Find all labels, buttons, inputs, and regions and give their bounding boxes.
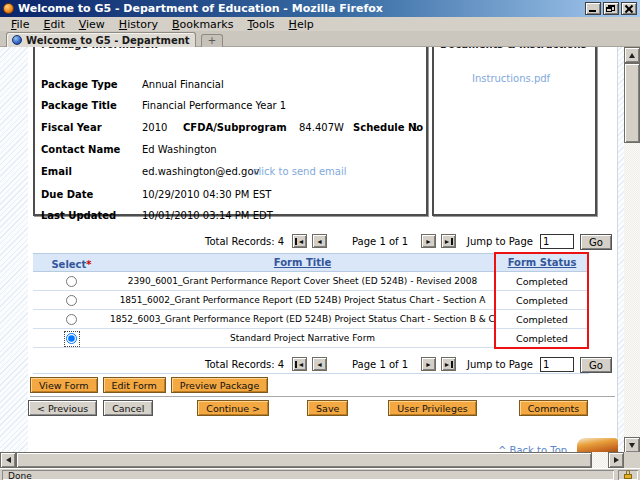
next-page-button[interactable]: ► bbox=[421, 234, 436, 248]
row-select-radio[interactable] bbox=[66, 276, 77, 287]
last-page-icon: ► bbox=[444, 235, 451, 248]
page-viewport: Package Information Package Type Annual … bbox=[0, 47, 624, 452]
tab-welcome-g5[interactable]: Welcome to G5 - Department of Edu... bbox=[6, 32, 196, 47]
security-indicator[interactable] bbox=[618, 470, 638, 480]
menu-edit[interactable]: Edit bbox=[36, 18, 71, 31]
view-form-button[interactable]: View Form bbox=[30, 377, 98, 393]
package-type-value: Annual Financial bbox=[142, 79, 224, 90]
menu-view[interactable]: View bbox=[72, 18, 112, 31]
minimize-button[interactable] bbox=[585, 2, 601, 15]
horizontal-scrollbar[interactable] bbox=[0, 452, 624, 468]
next-page-icon: ► bbox=[425, 358, 432, 371]
comments-button[interactable]: Comments bbox=[519, 400, 589, 416]
contact-name-value: Ed Washington bbox=[142, 144, 217, 155]
preview-package-button[interactable]: Preview Package bbox=[171, 377, 268, 393]
form-status-cell: Completed bbox=[495, 295, 589, 306]
cancel-button[interactable]: Cancel bbox=[103, 400, 153, 416]
status-bar: Done bbox=[0, 468, 640, 480]
scroll-right-icon bbox=[614, 457, 619, 463]
scroll-left-button[interactable] bbox=[0, 452, 16, 468]
menu-help[interactable]: Help bbox=[282, 18, 321, 31]
tab-title: Welcome to G5 - Department of Edu... bbox=[26, 35, 190, 46]
ssl-lock-icon bbox=[624, 474, 632, 479]
cfda-label: CFDA/Subprogram bbox=[183, 122, 287, 133]
edit-form-button[interactable]: Edit Form bbox=[103, 377, 166, 393]
email-value: ed.washington@ed.gov bbox=[142, 166, 259, 177]
form-title-column-header[interactable]: Form Title bbox=[274, 257, 331, 268]
package-type-label: Package Type bbox=[41, 79, 118, 90]
previous-page-button[interactable]: ◄ bbox=[312, 234, 327, 248]
browser-window: Welcome to G5 - Department of Education … bbox=[0, 0, 640, 480]
last-page-button[interactable]: ► bbox=[441, 234, 456, 248]
form-status-column-header[interactable]: Form Status bbox=[508, 257, 577, 268]
row-select-radio[interactable] bbox=[66, 295, 77, 306]
navigation-toolbar: < Previous Cancel Continue > Save User P… bbox=[28, 400, 624, 416]
save-button[interactable]: Save bbox=[307, 400, 348, 416]
previous-button[interactable]: < Previous bbox=[28, 400, 97, 416]
page-indicator: Page 1 of 1 bbox=[352, 236, 408, 247]
menu-file[interactable]: File bbox=[4, 18, 36, 31]
menu-bookmarks[interactable]: Bookmarks bbox=[165, 18, 240, 31]
page-indicator: Page 1 of 1 bbox=[352, 359, 408, 370]
last-page-button[interactable]: ► bbox=[441, 357, 456, 371]
go-button[interactable]: Go bbox=[580, 234, 612, 250]
schedule-no-value: 1 bbox=[412, 122, 418, 133]
required-mark: * bbox=[86, 259, 91, 270]
jump-to-page-label: Jump to Page bbox=[467, 359, 533, 370]
table-row: Standard Project Narrative Form Complete… bbox=[33, 329, 589, 348]
back-to-top-link[interactable]: ^ Back to Top bbox=[498, 445, 567, 452]
menu-tools[interactable]: Tools bbox=[240, 18, 281, 31]
table-row: 1852_6003_Grant Performance Report (ED 5… bbox=[33, 310, 589, 329]
scroll-down-icon bbox=[629, 443, 635, 448]
scroll-left-icon bbox=[6, 457, 11, 463]
restore-button[interactable] bbox=[603, 2, 619, 15]
due-date-label: Due Date bbox=[41, 189, 93, 200]
row-select-radio[interactable] bbox=[66, 333, 77, 344]
scroll-down-button[interactable] bbox=[624, 437, 640, 453]
next-page-icon: ► bbox=[425, 235, 432, 248]
menu-bar: File Edit View History Bookmarks Tools H… bbox=[0, 17, 640, 31]
select-column-header: Select* bbox=[33, 253, 110, 272]
scroll-right-button[interactable] bbox=[608, 452, 624, 468]
fiscal-year-label: Fiscal Year bbox=[41, 122, 102, 133]
documents-instructions-title: Documents & Instructions bbox=[440, 47, 587, 50]
first-page-icon: ◄ bbox=[298, 235, 305, 248]
title-bar[interactable]: Welcome to G5 - Department of Education … bbox=[0, 0, 640, 17]
new-tab-button[interactable]: + bbox=[201, 34, 223, 47]
first-page-button[interactable]: ◄ bbox=[292, 357, 307, 371]
table-header-row: Select* Form Title Form Status bbox=[33, 253, 589, 272]
scrollbar-corner bbox=[624, 452, 640, 468]
jump-to-page-input[interactable] bbox=[540, 234, 574, 249]
next-page-button[interactable]: ► bbox=[421, 357, 436, 371]
send-email-link[interactable]: click to send email bbox=[253, 166, 347, 177]
pagination-bottom: Total Records: 4 ◄ ◄ Page 1 of 1 ► ► Jum… bbox=[0, 356, 624, 374]
row-select-radio[interactable] bbox=[66, 314, 77, 325]
status-text: Done bbox=[8, 470, 32, 480]
close-button[interactable] bbox=[621, 2, 637, 15]
cfda-value: 84.407W bbox=[299, 122, 344, 133]
go-button[interactable]: Go bbox=[580, 357, 612, 373]
previous-page-button[interactable]: ◄ bbox=[312, 357, 327, 371]
last-updated-value: 10/01/2010 03:14 PM EDT bbox=[142, 210, 273, 221]
previous-page-icon: ◄ bbox=[316, 358, 323, 371]
scroll-up-button[interactable] bbox=[624, 47, 640, 63]
jump-to-page-input[interactable] bbox=[540, 357, 574, 372]
vertical-scroll-thumb[interactable] bbox=[624, 63, 640, 143]
horizontal-scroll-thumb[interactable] bbox=[16, 452, 592, 468]
package-information-title: Package Information bbox=[41, 47, 158, 50]
table-row: 1851_6002_Grant Performance Report (ED 5… bbox=[33, 291, 589, 310]
form-actions-toolbar: View Form Edit Form Preview Package bbox=[30, 377, 268, 393]
previous-page-icon: ◄ bbox=[316, 235, 323, 248]
form-title-cell: Standard Project Narrative Form bbox=[110, 333, 495, 343]
user-privileges-button[interactable]: User Privileges bbox=[388, 400, 476, 416]
continue-button[interactable]: Continue > bbox=[197, 400, 269, 416]
first-page-button[interactable]: ◄ bbox=[292, 234, 307, 248]
menu-history[interactable]: History bbox=[112, 18, 165, 31]
tab-favicon-icon bbox=[12, 35, 22, 45]
vertical-scrollbar[interactable] bbox=[624, 47, 640, 453]
divider bbox=[33, 373, 589, 374]
decorative-image bbox=[577, 438, 618, 452]
instructions-pdf-link[interactable]: Instructions.pdf bbox=[472, 73, 550, 84]
last-page-icon: ► bbox=[444, 358, 451, 371]
minimize-icon bbox=[589, 10, 596, 12]
